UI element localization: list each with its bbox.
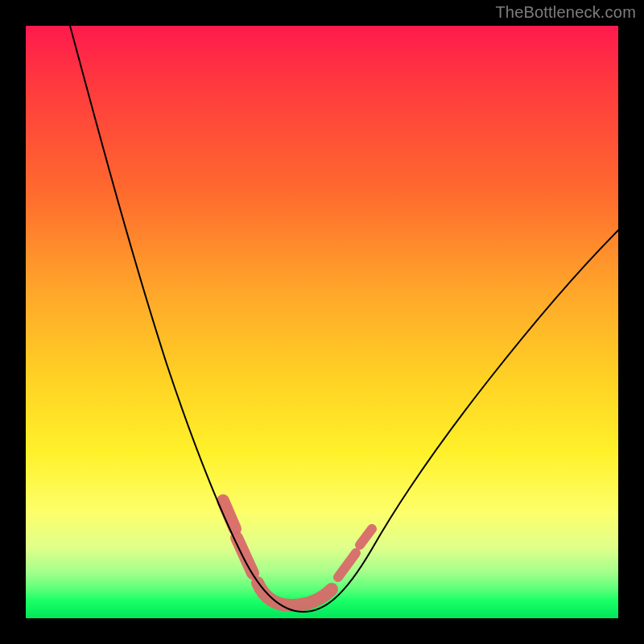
watermark-text: TheBottleneck.com — [495, 3, 636, 22]
highlight-markers — [223, 501, 372, 605]
chart-svg — [26, 26, 618, 618]
bottleneck-curve — [70, 26, 621, 612]
plot-area — [26, 26, 618, 618]
chart-frame: TheBottleneck.com — [0, 0, 644, 644]
